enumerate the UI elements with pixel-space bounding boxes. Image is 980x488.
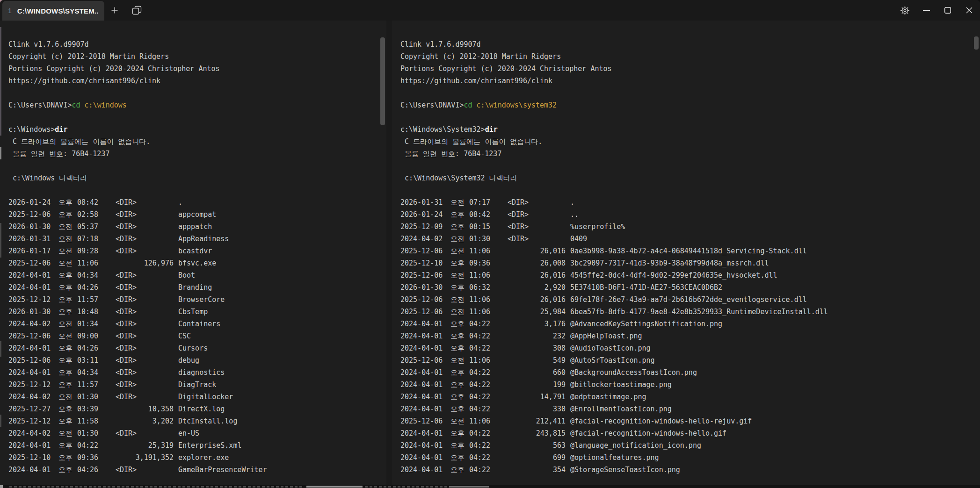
settings-button[interactable] <box>894 0 915 21</box>
entry-time: 01:30 <box>469 233 491 245</box>
blank-line <box>8 87 386 99</box>
entry-meridiem: 오전 <box>450 294 469 306</box>
entry-meridiem: 오전 <box>58 427 77 439</box>
entry-date: 2025-12-06 <box>400 269 443 281</box>
entry-name: bcastdvr <box>178 245 386 257</box>
entry-time: 04:22 <box>469 330 491 342</box>
entry-date: 2024-04-01 <box>8 439 51 452</box>
entry-date: 2024-04-01 <box>8 269 51 281</box>
minimize-button[interactable] <box>915 0 937 21</box>
pane-cmd-system32[interactable]: Clink v1.7.6.d9907dCopyright (c) 2012-20… <box>392 21 980 485</box>
entry-meridiem: 오후 <box>450 379 469 391</box>
dir-entry-row: 2025-12-06오전11:06212,411@facial-recognit… <box>400 415 980 427</box>
entry-time: 11:06 <box>469 306 491 318</box>
argument-text: c:\windows <box>85 101 127 109</box>
cd-command-line: C:\Users\DNAVI>cd c:\windows <box>8 99 386 111</box>
dir-entry-row: 2025-12-06오전11:0626,01669fe178f-26e7-43a… <box>400 294 980 306</box>
dir-entry-row: 2024-04-01오후04:22699@optionalfeatures.pn… <box>400 452 980 464</box>
clink-banner-line: Copyright (c) 2012-2018 Martin Ridgers <box>8 50 386 63</box>
entry-meridiem: 오전 <box>58 233 77 245</box>
banner-text: Clink v1.7.6.d9907d <box>400 40 481 49</box>
volume-serial-text: 볼륨 일련 번호: 76B4-1237 <box>8 150 109 158</box>
entry-name: explorer.exe <box>178 452 386 464</box>
entry-meridiem: 오후 <box>58 196 77 208</box>
left-pane-scrollbar-thumb[interactable] <box>380 37 385 125</box>
entry-name: @edptoastimage.png <box>570 391 980 403</box>
entry-date: 2025-12-10 <box>400 257 443 269</box>
entry-meridiem: 오후 <box>58 354 77 366</box>
directory-header-line: c:\Windows\System32 디렉터리 <box>400 172 980 184</box>
entry-date: 2024-04-02 <box>8 391 51 403</box>
entry-name: 69fe178f-26e7-43a9-aa7d-2b616b672dde_eve… <box>570 294 980 306</box>
background-window-edge-fragment <box>0 341 1 357</box>
entry-meridiem: 오후 <box>450 257 469 269</box>
entry-name: 0409 <box>570 233 980 245</box>
entry-size: 26,008 <box>491 257 570 269</box>
entry-date: 2024-04-01 <box>400 379 443 391</box>
entry-time: 04:22 <box>469 439 491 452</box>
close-button[interactable] <box>958 0 980 21</box>
entry-time: 11:06 <box>469 269 491 281</box>
entry-time: 08:15 <box>469 221 491 233</box>
entry-time: 04:22 <box>469 318 491 330</box>
entry-name: @bitlockertoastimage.png <box>570 379 980 391</box>
entry-date: 2025-12-10 <box>8 452 51 464</box>
maximize-button[interactable] <box>937 0 958 21</box>
pane-cmd-windows[interactable]: Clink v1.7.6.d9907dCopyright (c) 2012-20… <box>0 21 386 485</box>
entry-date: 2025-12-06 <box>8 257 51 269</box>
banner-text: Clink v1.7.6.d9907d <box>8 40 89 49</box>
volume-label-line: C 드라이브의 볼륨에는 이름이 없습니다. <box>8 136 386 148</box>
tab-switcher-button[interactable] <box>125 0 149 21</box>
terminal-output-right: Clink v1.7.6.d9907dCopyright (c) 2012-20… <box>392 21 980 485</box>
clink-banner-line: Portions Copyright (c) 2020-2024 Christo… <box>8 63 386 75</box>
entry-time: 04:22 <box>469 379 491 391</box>
right-pane-scrollbar-thumb[interactable] <box>974 36 979 50</box>
entry-date: 2026-01-30 <box>8 306 51 318</box>
entry-size: 308 <box>491 342 570 354</box>
entry-time: 04:22 <box>77 439 99 452</box>
tab-cmd-system32[interactable]: 1 C:\WINDOWS\SYSTEM... <box>2 1 104 21</box>
entry-size: 26,016 <box>491 294 570 306</box>
entry-dir-tag: <DIR> <box>99 366 178 379</box>
new-tab-button[interactable] <box>104 0 125 21</box>
entry-time: 11:06 <box>469 294 491 306</box>
entry-date: 2024-04-02 <box>8 318 51 330</box>
left-pane-scrollbar[interactable] <box>379 21 386 485</box>
entry-meridiem: 오후 <box>450 221 469 233</box>
entry-meridiem: 오후 <box>450 281 469 294</box>
entry-name: appcompat <box>178 208 386 221</box>
entry-time: 11:06 <box>77 257 99 269</box>
entry-time: 04:22 <box>469 366 491 379</box>
banner-text: Copyright (c) 2012-2018 Martin Ridgers <box>400 52 561 61</box>
entry-meridiem: 오후 <box>58 452 77 464</box>
blank-line <box>400 87 980 99</box>
dir-entry-row: 2024-04-01오후04:22660@BackgroundAccessToa… <box>400 366 980 379</box>
right-pane-scrollbar[interactable] <box>973 21 980 485</box>
entry-size: 26,016 <box>491 245 570 257</box>
entry-meridiem: 오후 <box>58 269 77 281</box>
entry-date: 2024-04-02 <box>8 427 51 439</box>
titlebar[interactable]: 1 C:\WINDOWS\SYSTEM... <box>0 0 980 21</box>
dir-entry-row: 2024-04-01오후04:22563@language_notificati… <box>400 439 980 452</box>
entry-name: @AudioToastIcon.png <box>570 342 980 354</box>
dir-entry-row: 2024-04-01오후04:2214,791@edptoastimage.pn… <box>400 391 980 403</box>
entry-name: 6bea57fb-8dfb-4177-9ae8-42e8b3529933_Run… <box>570 306 980 318</box>
entry-name: @BackgroundAccessToastIcon.png <box>570 366 980 379</box>
dir-entry-row: 2024-04-02오전01:30<DIR>0409 <box>400 233 980 245</box>
entry-date: 2024-04-01 <box>400 427 443 439</box>
entry-time: 11:57 <box>77 379 99 391</box>
entry-dir-tag: <DIR> <box>99 294 178 306</box>
dir-entry-row: 2024-04-02오전01:34<DIR>Containers <box>8 318 386 330</box>
pane-divider[interactable] <box>386 21 392 485</box>
entry-name: GameBarPresenceWriter <box>178 464 386 476</box>
entry-meridiem: 오후 <box>58 366 77 379</box>
entry-name: CSC <box>178 330 386 342</box>
clink-banner-line: https://github.com/chrisant996/clink <box>8 75 386 87</box>
entry-time: 04:22 <box>469 452 491 464</box>
entry-date: 2024-04-01 <box>8 366 51 379</box>
entry-date: 2025-12-12 <box>8 379 51 391</box>
entry-time: 03:39 <box>77 403 99 415</box>
terminal-window: 1 C:\WINDOWS\SYSTEM... <box>0 0 980 485</box>
entry-name: @facial-recognition-windows-hello-rejuv.… <box>570 415 980 427</box>
titlebar-drag-region[interactable] <box>149 0 894 21</box>
